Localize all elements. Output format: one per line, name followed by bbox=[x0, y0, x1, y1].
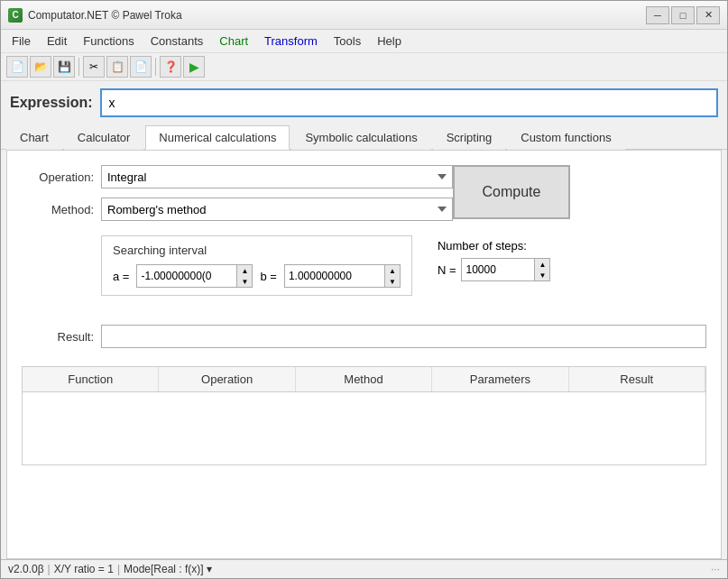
menu-constants[interactable]: Constants bbox=[143, 32, 211, 51]
col-result: Result bbox=[569, 367, 705, 391]
menu-tools[interactable]: Tools bbox=[327, 32, 368, 51]
b-label: b = bbox=[260, 270, 276, 283]
toolbar-paste[interactable]: 📄 bbox=[130, 56, 152, 78]
b-spinbox-btns: ▲ ▼ bbox=[384, 265, 400, 287]
n-spinbox: ▲ ▼ bbox=[461, 258, 550, 281]
history-table: Function Operation Method Parameters Res… bbox=[22, 366, 706, 465]
table-header: Function Operation Method Parameters Res… bbox=[23, 367, 705, 392]
minimize-button[interactable]: ─ bbox=[646, 6, 669, 24]
title-bar-controls: ─ □ ✕ bbox=[646, 6, 720, 24]
top-form-wrapper: Operation: Integral Derivative Root find… bbox=[22, 165, 706, 221]
dots: ··· bbox=[711, 563, 720, 575]
window-title: Computator.NET © Pawel Troka bbox=[28, 9, 182, 22]
interval-box: Searching interval a = ▲ ▼ b = bbox=[101, 235, 412, 296]
tab-symbolic[interactable]: Symbolic calculations bbox=[291, 125, 430, 150]
expression-row: Expression: bbox=[1, 81, 727, 124]
b-down-btn[interactable]: ▼ bbox=[385, 276, 400, 287]
col-method: Method bbox=[296, 367, 432, 391]
toolbar-run[interactable]: ▶ bbox=[183, 56, 205, 78]
status-bar: v2.0.0β | X/Y ratio = 1 | Mode[Real : f(… bbox=[1, 559, 727, 578]
a-up-btn[interactable]: ▲ bbox=[237, 265, 252, 276]
a-spinbox-btns: ▲ ▼ bbox=[236, 265, 252, 287]
a-down-btn[interactable]: ▼ bbox=[237, 276, 252, 287]
xy-ratio-label: X/Y ratio = 1 bbox=[54, 563, 114, 575]
operation-label: Operation: bbox=[22, 170, 94, 184]
menu-chart[interactable]: Chart bbox=[212, 32, 255, 51]
b-spinbox: ▲ ▼ bbox=[284, 264, 401, 288]
operation-select[interactable]: Integral Derivative Root finding bbox=[101, 165, 453, 188]
result-label: Result: bbox=[22, 330, 94, 344]
toolbar-new[interactable]: 📄 bbox=[6, 56, 28, 78]
b-up-btn[interactable]: ▲ bbox=[385, 265, 400, 276]
menu-file[interactable]: File bbox=[5, 32, 38, 51]
interval-title: Searching interval bbox=[113, 244, 401, 257]
params-section: Searching interval a = ▲ ▼ b = bbox=[101, 235, 706, 296]
col-function: Function bbox=[23, 367, 159, 391]
title-bar-left: C Computator.NET © Pawel Troka bbox=[8, 8, 182, 23]
operation-row: Operation: Integral Derivative Root find… bbox=[22, 165, 453, 188]
n-input[interactable] bbox=[462, 259, 534, 280]
result-input[interactable] bbox=[101, 325, 706, 348]
toolbar-sep1 bbox=[78, 58, 79, 76]
top-form-left: Operation: Integral Derivative Root find… bbox=[22, 165, 453, 221]
compute-button[interactable]: Compute bbox=[453, 165, 570, 219]
method-row: Method: Romberg's method Simpson's metho… bbox=[22, 198, 453, 221]
toolbar-cut[interactable]: ✂ bbox=[83, 56, 105, 78]
menu-edit[interactable]: Edit bbox=[40, 32, 74, 51]
title-bar: C Computator.NET © Pawel Troka ─ □ ✕ bbox=[1, 1, 727, 30]
menu-transform[interactable]: Transform bbox=[257, 32, 325, 51]
toolbar-help[interactable]: ❓ bbox=[160, 56, 181, 78]
method-select[interactable]: Romberg's method Simpson's method Trapez… bbox=[101, 198, 453, 221]
tab-scripting[interactable]: Scripting bbox=[433, 125, 506, 150]
col-parameters: Parameters bbox=[432, 367, 568, 391]
toolbar-open[interactable]: 📂 bbox=[30, 56, 51, 78]
n-spinbox-btns: ▲ ▼ bbox=[534, 259, 549, 280]
app-icon: C bbox=[8, 8, 23, 23]
interval-inputs: a = ▲ ▼ b = ▲ ▼ bbox=[113, 264, 401, 288]
a-label: a = bbox=[113, 270, 129, 283]
menu-functions[interactable]: Functions bbox=[76, 32, 141, 51]
n-up-btn[interactable]: ▲ bbox=[535, 259, 549, 270]
main-content: Operation: Integral Derivative Root find… bbox=[6, 150, 722, 559]
tab-calculator[interactable]: Calculator bbox=[64, 125, 144, 150]
result-row: Result: bbox=[22, 325, 706, 348]
col-operation: Operation bbox=[159, 367, 295, 391]
toolbar-save[interactable]: 💾 bbox=[53, 56, 75, 78]
menu-bar: File Edit Functions Constants Chart Tran… bbox=[1, 30, 727, 53]
expression-label: Expression: bbox=[10, 95, 93, 111]
steps-box: Number of steps: N = ▲ ▼ bbox=[430, 235, 558, 285]
n-down-btn[interactable]: ▼ bbox=[535, 270, 549, 280]
a-input[interactable] bbox=[137, 265, 236, 287]
method-label: Method: bbox=[22, 203, 94, 216]
version-label: v2.0.0β bbox=[8, 563, 44, 575]
b-input[interactable] bbox=[285, 265, 384, 287]
maximize-button[interactable]: □ bbox=[671, 6, 695, 24]
toolbar-copy[interactable]: 📋 bbox=[106, 56, 128, 78]
expression-input[interactable] bbox=[100, 88, 718, 117]
main-window: C Computator.NET © Pawel Troka ─ □ ✕ Fil… bbox=[0, 0, 728, 579]
tab-chart[interactable]: Chart bbox=[6, 125, 62, 150]
mode-label[interactable]: Mode[Real : f(x)] ▾ bbox=[124, 563, 212, 575]
steps-row: N = ▲ ▼ bbox=[438, 258, 551, 281]
menu-help[interactable]: Help bbox=[370, 32, 409, 51]
close-button[interactable]: ✕ bbox=[696, 6, 720, 24]
toolbar-sep2 bbox=[155, 58, 156, 76]
tab-custom-functions[interactable]: Custom functions bbox=[507, 125, 624, 150]
toolbar: 📄 📂 💾 ✂ 📋 📄 ❓ ▶ bbox=[1, 53, 727, 81]
steps-label: Number of steps: bbox=[438, 239, 551, 253]
tab-numerical[interactable]: Numerical calculations bbox=[145, 125, 290, 150]
a-spinbox: ▲ ▼ bbox=[136, 264, 253, 288]
sep1: | bbox=[48, 563, 51, 575]
tabs-row: Chart Calculator Numerical calculations … bbox=[1, 124, 727, 150]
n-label: N = bbox=[438, 263, 456, 277]
table-body bbox=[23, 392, 705, 464]
sep2: | bbox=[117, 563, 120, 575]
